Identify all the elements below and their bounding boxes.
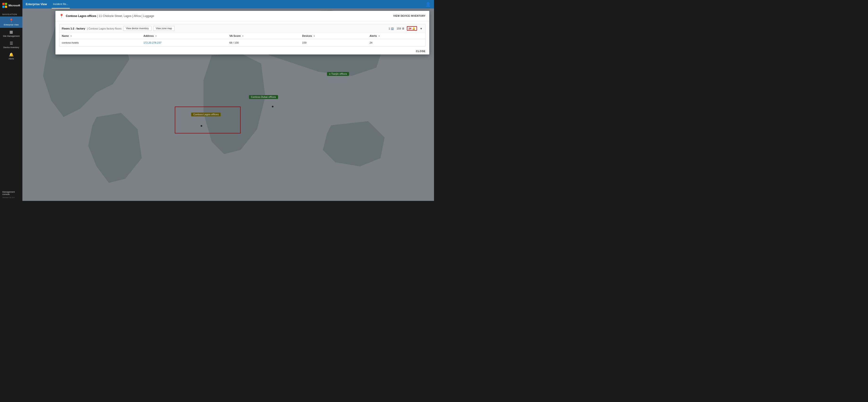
sidebar-item-label: Enterprise View	[4, 24, 19, 26]
name-sort-icon[interactable]: ▼	[70, 35, 72, 37]
logo: Microsoft	[0, 0, 22, 11]
view-zone-map-button[interactable]: View zone map	[153, 26, 175, 31]
site-management-icon: ▦	[9, 30, 13, 34]
devices-count-stat: 159 🖥	[397, 27, 404, 30]
tab-incident-response[interactable]: Incident Re...	[52, 0, 70, 8]
table-header-row: Name ▼ Address ▼ VA Score ▼	[59, 33, 425, 39]
col-address: Address ▼	[141, 33, 227, 39]
alert-bell-icon: 🔔	[412, 27, 415, 30]
floor-section: Floors 1-2 - factory | Contoso Lagos fac…	[59, 24, 426, 46]
col-name: Name ▼	[59, 33, 141, 39]
alerts-sort-icon[interactable]: ▼	[378, 35, 380, 37]
version-label: Version 22.3.4	[2, 196, 20, 199]
row-address: 172.20.278.237	[141, 39, 227, 46]
sidebar-item-label: Site Management	[3, 35, 20, 37]
app-name: Microsoft	[8, 4, 20, 7]
management-console-link[interactable]: Management console	[2, 191, 20, 196]
device-inventory-icon: ☰	[10, 41, 13, 45]
table-row: contoso-hotels 172.20.278.237 68 / 100 1…	[59, 39, 425, 46]
floor-title: Floors 1-2 - factory	[62, 27, 85, 30]
modal-dialog: 📍 Contoso Lagos offices | 11 Chidozie St…	[55, 11, 429, 55]
devices-count-number: 159	[397, 27, 401, 30]
location-pin-icon: 📍	[59, 14, 64, 18]
tab-label: Incident Re...	[53, 3, 68, 5]
microsoft-logo-icon	[2, 3, 7, 8]
alerts-icon: 🔔	[9, 52, 14, 57]
row-devices: 159	[300, 39, 367, 46]
floor-count-number: 1	[389, 27, 390, 30]
devices-icon: 🖥	[402, 27, 404, 30]
close-button[interactable]: CLOSE	[416, 50, 426, 53]
alerts-count-number: 24	[408, 27, 411, 30]
col-alerts: Alerts ▼	[367, 33, 425, 39]
address-sort-icon[interactable]: ▼	[155, 35, 157, 37]
view-device-inventory-link[interactable]: VIEW DEVICE INVENTORY	[393, 14, 426, 17]
topbar: Enterprise View Incident Re... 👤	[22, 0, 434, 8]
sidebar-item-device-inventory[interactable]: ☰ Device Inventory	[0, 39, 22, 51]
floor-subtitle: | Contoso Lagos factory floors	[87, 27, 121, 30]
va-sort-icon[interactable]: ▼	[242, 35, 244, 37]
nav-section-label: NAVIGATION	[0, 11, 22, 16]
sidebar-item-alerts[interactable]: 🔔 Alerts	[0, 51, 22, 62]
col-va-score: VA Score ▼	[227, 33, 300, 39]
topbar-title: Enterprise View	[26, 3, 47, 6]
sidebar-item-enterprise-view[interactable]: 📍 Enterprise View	[0, 16, 22, 28]
row-name: contoso-hotels	[59, 39, 141, 46]
sidebar-bottom: Management console Version 22.3.4	[0, 189, 22, 201]
modal-body: Floors 1-2 - factory | Contoso Lagos fac…	[55, 21, 429, 48]
sidebar-item-site-management[interactable]: ▦ Site Management	[0, 28, 22, 39]
user-avatar-icon[interactable]: 👤	[426, 2, 431, 7]
map-area: Contoso Lagos offices Contoso Dubai offi…	[22, 8, 434, 201]
alerts-count-stat: 24 🔔	[407, 26, 417, 31]
sidebar-item-label: Device Inventory	[3, 46, 19, 48]
floor-stats: 1 🏢 159 🖥 24 🔔 ▾	[389, 26, 423, 31]
view-device-inventory-button[interactable]: View device inventory	[123, 26, 151, 31]
sidebar: Microsoft NAVIGATION 📍 Enterprise View ▦…	[0, 0, 22, 201]
floor-header: Floors 1-2 - factory | Contoso Lagos fac…	[59, 24, 425, 33]
expand-floor-button[interactable]: ▾	[420, 26, 423, 31]
modal-footer: CLOSE	[55, 48, 429, 55]
main-area: Enterprise View Incident Re... 👤	[22, 0, 434, 201]
modal-location-title: Contoso Lagos offices	[66, 14, 96, 18]
floor-data-table: Name ▼ Address ▼ VA Score ▼	[59, 33, 425, 46]
sidebar-item-label: Alerts	[8, 58, 14, 60]
floor-count-stat: 1 🏢	[389, 27, 394, 30]
floor-icon: 🏢	[391, 27, 394, 30]
enterprise-view-icon: 📍	[9, 19, 14, 23]
modal-header: 📍 Contoso Lagos offices | 11 Chidozie St…	[55, 11, 429, 21]
devices-sort-icon[interactable]: ▼	[313, 35, 315, 37]
col-devices: Devices ▼	[300, 33, 367, 39]
modal-location-details: | 11 Chidozie Street, Lagos | Africa | L…	[97, 14, 154, 18]
address-link[interactable]: 172.20.278.237	[144, 41, 161, 44]
row-va-score: 68 / 100	[227, 39, 300, 46]
row-alerts: 24	[367, 39, 425, 46]
